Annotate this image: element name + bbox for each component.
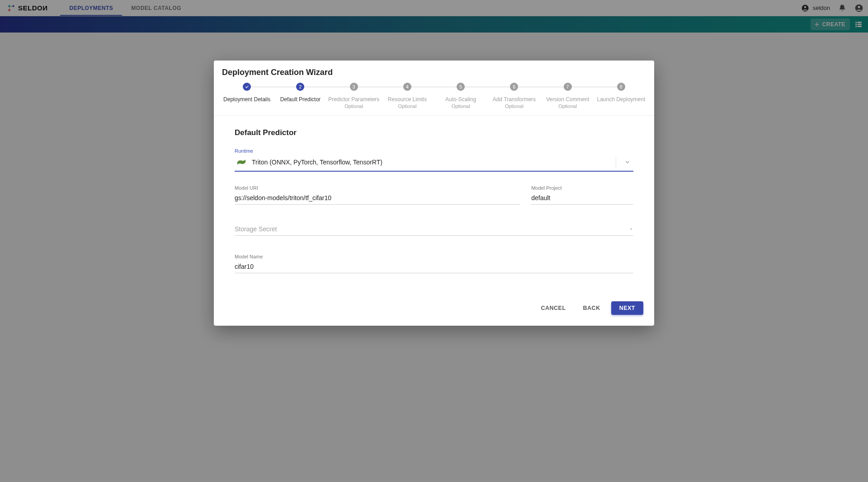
wizard-step[interactable]: 7Version CommentOptional bbox=[541, 83, 594, 109]
step-label: Default Predictor bbox=[280, 96, 321, 103]
model-project-label: Model Project bbox=[531, 185, 633, 191]
wizard-step[interactable]: 8Launch Deployment bbox=[594, 83, 648, 103]
storage-secret-placeholder: Storage Secret bbox=[235, 225, 629, 233]
modal-title: Deployment Creation Wizard bbox=[222, 68, 646, 77]
caret-down-icon bbox=[629, 227, 633, 231]
step-optional: Optional bbox=[558, 103, 577, 109]
wizard-stepper: Deployment Details2Default Predictor3Pre… bbox=[220, 83, 648, 109]
step-label: Launch Deployment bbox=[597, 96, 646, 103]
step-optional: Optional bbox=[398, 103, 416, 109]
storage-secret-select[interactable]: Storage Secret bbox=[235, 223, 633, 236]
model-project-input[interactable] bbox=[531, 192, 633, 205]
model-name-label: Model Name bbox=[235, 254, 633, 259]
wizard-step[interactable]: Deployment Details bbox=[220, 83, 274, 103]
back-button[interactable]: BACK bbox=[577, 301, 607, 315]
step-label: Resource Limits bbox=[388, 96, 427, 103]
model-uri-input[interactable] bbox=[235, 192, 520, 205]
modal-overlay: Deployment Creation Wizard Deployment De… bbox=[0, 0, 868, 482]
cancel-button[interactable]: CANCEL bbox=[534, 301, 572, 315]
step-circle bbox=[243, 83, 251, 91]
runtime-select[interactable]: Triton (ONNX, PyTorch, Tensorflow, Tenso… bbox=[235, 154, 633, 172]
model-name-input[interactable] bbox=[235, 260, 633, 273]
step-circle: 3 bbox=[350, 83, 358, 91]
wizard-step[interactable]: 6Add TransformersOptional bbox=[487, 83, 541, 109]
wizard-step[interactable]: 4Resource LimitsOptional bbox=[381, 83, 434, 109]
runtime-value: Triton (ONNX, PyTorch, Tensorflow, Tenso… bbox=[252, 159, 610, 166]
wizard-step[interactable]: 3Predictor ParametersOptional bbox=[327, 83, 381, 109]
step-label: Add Transformers bbox=[493, 96, 536, 103]
wizard-step[interactable]: 2Default Predictor bbox=[274, 83, 327, 103]
next-button[interactable]: NEXT bbox=[611, 301, 643, 315]
step-optional: Optional bbox=[505, 103, 524, 109]
step-label: Deployment Details bbox=[223, 96, 270, 103]
step-optional: Optional bbox=[344, 103, 363, 109]
step-circle: 7 bbox=[564, 83, 572, 91]
section-title: Default Predictor bbox=[235, 128, 633, 137]
step-label: Version Comment bbox=[546, 96, 589, 103]
model-uri-label: Model URI bbox=[235, 185, 520, 191]
step-label: Auto-Scaling bbox=[445, 96, 476, 103]
step-circle: 5 bbox=[457, 83, 465, 91]
deployment-wizard-modal: Deployment Creation Wizard Deployment De… bbox=[214, 61, 654, 326]
chevron-down-icon bbox=[622, 159, 633, 165]
step-circle: 4 bbox=[403, 83, 411, 91]
step-circle: 8 bbox=[617, 83, 625, 91]
runtime-label: Runtime bbox=[235, 148, 633, 154]
step-circle: 2 bbox=[296, 83, 304, 91]
step-optional: Optional bbox=[452, 103, 470, 109]
nvidia-icon bbox=[236, 159, 246, 166]
step-label: Predictor Parameters bbox=[328, 96, 379, 103]
wizard-step[interactable]: 5Auto-ScalingOptional bbox=[434, 83, 487, 109]
step-circle: 6 bbox=[510, 83, 518, 91]
